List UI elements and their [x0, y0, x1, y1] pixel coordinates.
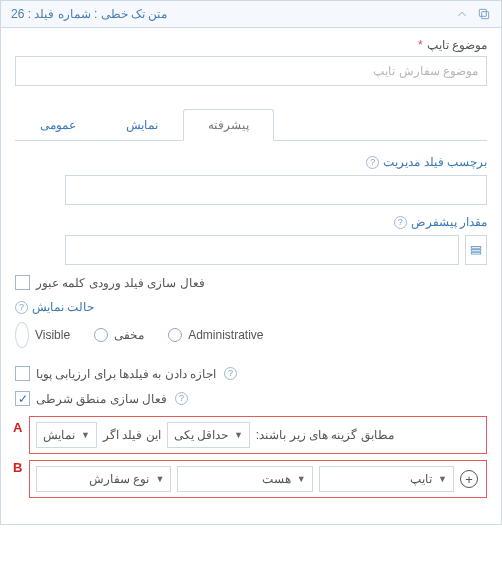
help-icon[interactable]: ? — [366, 156, 379, 169]
radio-label-administrative: Administrative — [188, 328, 263, 342]
cond-operator-select[interactable]: ▼ هست — [177, 466, 312, 492]
cond-a-tail: مطابق گزینه های زیر باشند: — [256, 428, 480, 442]
tab-display[interactable]: نمایش — [101, 109, 183, 141]
cond-value-select[interactable]: ▼ تایپ — [319, 466, 454, 492]
caret-down-icon: ▼ — [155, 474, 164, 484]
cond-match-value: حداقل یکی — [174, 428, 228, 442]
enable-conditional-label[interactable]: فعال سازی منطق شرطی — [15, 391, 167, 406]
help-icon[interactable]: ? — [394, 216, 407, 229]
tabs: پیشرفته نمایش عمومی — [15, 108, 487, 141]
conditional-logic-area: A B مطابق گزینه های زیر باشند: ▼ حداقل ی… — [15, 416, 487, 498]
cond-match-select[interactable]: ▼ حداقل یکی — [167, 422, 250, 448]
enable-password-label[interactable]: فعال سازی فیلد ورودی کلمه عبور — [15, 275, 205, 290]
radio-hidden[interactable] — [94, 328, 108, 342]
topic-input[interactable] — [15, 56, 487, 86]
add-rule-button[interactable]: + — [460, 470, 478, 488]
cond-field-text: نوع سفارش — [43, 472, 149, 486]
enable-password-checkbox[interactable] — [15, 275, 30, 290]
default-value-block: مقدار پیشفرض ? — [65, 215, 487, 265]
merge-tags-button[interactable] — [465, 235, 487, 265]
enable-password-row: فعال سازی فیلد ورودی کلمه عبور — [15, 275, 487, 290]
tab-advanced[interactable]: پیشرفته — [183, 109, 274, 141]
cond-a-if: این فیلد اگر — [103, 428, 161, 442]
cond-action-select[interactable]: ▼ نمایش — [36, 422, 97, 448]
allow-dynamic-label[interactable]: اجازه دادن به فیلدها برای ارزیابی پویا — [15, 366, 216, 381]
duplicate-icon[interactable] — [477, 7, 491, 21]
cond-operator-text: هست — [184, 472, 290, 486]
radio-administrative[interactable] — [168, 328, 182, 342]
radio-label-visible: Visible — [35, 328, 70, 342]
svg-rect-4 — [471, 252, 480, 254]
svg-rect-2 — [471, 247, 480, 249]
field-settings-panel: متن تک خطی : شماره فیلد : 26 موضوع تایپ*… — [0, 0, 502, 525]
display-mode-title: حالت نمایش — [32, 300, 94, 314]
help-icon[interactable]: ? — [15, 301, 28, 314]
radio-option-administrative[interactable]: Administrative — [168, 328, 263, 342]
admin-label-block: برچسب فیلد مدیریت ? — [65, 155, 487, 205]
display-mode-radios: Administrative مخفی Visible — [15, 322, 487, 348]
svg-rect-0 — [482, 12, 489, 19]
allow-dynamic-text: اجازه دادن به فیلدها برای ارزیابی پویا — [36, 367, 216, 381]
enable-conditional-row: ? فعال سازی منطق شرطی — [15, 391, 487, 406]
caret-down-icon: ▼ — [297, 474, 306, 484]
admin-label-input[interactable] — [65, 175, 487, 205]
radio-visible[interactable] — [15, 322, 29, 348]
caret-down-icon: ▼ — [234, 430, 243, 440]
default-value-label: مقدار پیشفرض — [411, 215, 487, 229]
annotation-b: B — [13, 460, 22, 475]
cond-value-text: تایپ — [326, 472, 432, 486]
svg-rect-1 — [479, 9, 486, 16]
allow-dynamic-row: ? اجازه دادن به فیلدها برای ارزیابی پویا — [15, 366, 487, 381]
help-icon[interactable]: ? — [224, 367, 237, 380]
required-asterisk: * — [418, 38, 423, 52]
tab-general[interactable]: عمومی — [15, 109, 101, 141]
help-icon[interactable]: ? — [175, 392, 188, 405]
topic-label: موضوع تایپ — [427, 38, 487, 52]
topic-field: موضوع تایپ* — [15, 38, 487, 86]
annotation-a: A — [13, 420, 22, 435]
radio-option-hidden[interactable]: مخفی — [94, 328, 144, 342]
cond-field-select[interactable]: ▼ نوع سفارش — [36, 466, 171, 492]
collapse-icon[interactable] — [455, 7, 469, 21]
panel-header: متن تک خطی : شماره فیلد : 26 — [1, 1, 501, 28]
radio-label-hidden: مخفی — [114, 328, 144, 342]
conditional-row-b: + ▼ تایپ ▼ هست ▼ نوع سفارش — [29, 460, 487, 498]
svg-rect-3 — [471, 249, 480, 251]
default-value-input[interactable] — [65, 235, 459, 265]
admin-label-text: برچسب فیلد مدیریت — [383, 155, 487, 169]
caret-down-icon: ▼ — [81, 430, 90, 440]
allow-dynamic-checkbox[interactable] — [15, 366, 30, 381]
enable-conditional-text: فعال سازی منطق شرطی — [36, 392, 167, 406]
enable-password-text: فعال سازی فیلد ورودی کلمه عبور — [36, 276, 205, 290]
cond-action-value: نمایش — [43, 428, 75, 442]
caret-down-icon: ▼ — [438, 474, 447, 484]
panel-title: متن تک خطی : شماره فیلد : 26 — [11, 7, 167, 21]
panel-content: موضوع تایپ* پیشرفته نمایش عمومی برچسب فی… — [1, 28, 501, 524]
enable-conditional-checkbox[interactable] — [15, 391, 30, 406]
conditional-row-a: مطابق گزینه های زیر باشند: ▼ حداقل یکی ا… — [29, 416, 487, 454]
radio-option-visible[interactable]: Visible — [15, 322, 70, 348]
